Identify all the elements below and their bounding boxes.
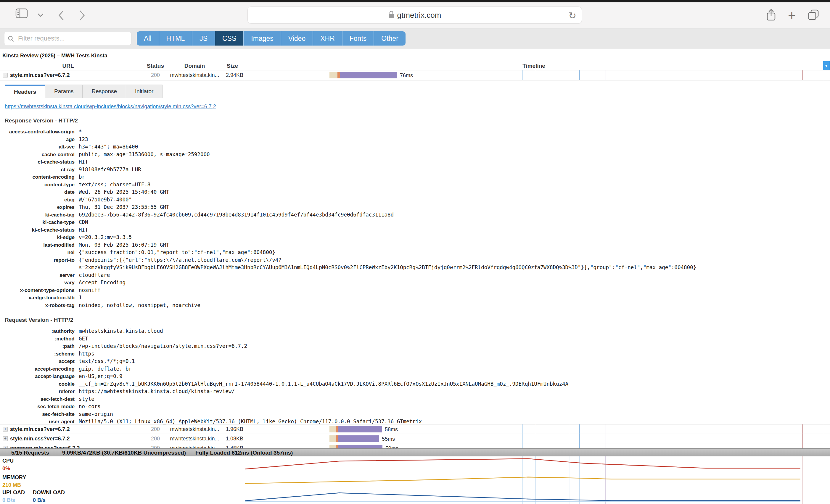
column-header-status[interactable]: Status: [139, 63, 172, 69]
timeline-event-line: [802, 425, 802, 434]
header-value: Mozilla/5.0 (X11; Linux x86_64) AppleWeb…: [79, 418, 422, 426]
filter-requests-input[interactable]: [4, 32, 131, 45]
reload-icon[interactable]: ↻: [568, 10, 576, 21]
header-value: 692dbee3-7b56-4a42-8f36-924fc40cb609,cd4…: [79, 211, 394, 219]
bar-duration-label: 55ms: [382, 436, 395, 442]
waterfall-bar: [329, 72, 397, 78]
timeline-event-line: [606, 425, 606, 434]
header-value: /wp-includes/blocks/navigation/style.min…: [79, 342, 247, 350]
filter-tab-all[interactable]: All: [137, 31, 159, 45]
upload-value: 0 B/s: [2, 497, 15, 503]
header-row: accepttext/css,*/*;q=0.1: [0, 358, 830, 365]
row-expander-icon[interactable]: +: [3, 446, 8, 448]
filter-tab-css[interactable]: CSS: [215, 31, 243, 45]
header-value: gzip, deflate, br: [79, 365, 132, 373]
network-graph-band: UPLOAD DOWNLOAD 0 B/s 0 B/s: [0, 488, 830, 504]
header-row: cookie__cf_bm=2rZqv8cY.I_bUKJKK0n6Up5t2b…: [0, 380, 830, 388]
header-name: cf-ray: [0, 166, 74, 174]
header-name: content-type: [0, 181, 74, 189]
filter-tab-images[interactable]: Images: [243, 31, 280, 45]
resource-usage-graphs: CPU 0% MEMORY 210 MB UPLOAD DOWNLOAD 0 B…: [0, 457, 830, 504]
row-url: style.min.css?ver=6.7.2: [10, 426, 70, 432]
header-value: 918108efc9b5777a-LHR: [79, 166, 141, 174]
header-value: __cf_bm=2rZqv8cY.I_bUKJKK0n6Up5t2b0Y1AlH…: [79, 380, 568, 388]
waterfall-bar: [329, 445, 382, 448]
header-name: :authority: [0, 328, 74, 335]
header-value: no-cors: [79, 403, 101, 410]
memory-value: 210 MB: [2, 482, 21, 488]
row-status: 200: [139, 426, 172, 432]
filter-tab-fonts[interactable]: Fonts: [342, 31, 374, 45]
header-value: {"success_fraction":0.01,"report_to":"cf…: [79, 249, 275, 257]
header-name: ki-edge: [0, 234, 74, 241]
row-expander-icon[interactable]: -: [3, 73, 8, 77]
detail-tab-headers[interactable]: Headers: [5, 85, 45, 98]
cpu-label: CPU: [2, 458, 13, 464]
row-url: style.min.css?ver=6.7.2: [10, 436, 70, 442]
row-timeline-cell: 58ms: [245, 425, 823, 434]
row-size: 1.08KB: [221, 436, 243, 442]
detail-tab-initiator[interactable]: Initiator: [126, 85, 162, 98]
memory-chart: [245, 473, 830, 488]
download-label: DOWNLOAD: [33, 490, 65, 496]
header-name: :path: [0, 342, 74, 350]
header-row: age123: [0, 136, 830, 143]
filter-tab-xhr[interactable]: XHR: [313, 31, 342, 45]
header-value: Accept-Encoding: [79, 279, 126, 287]
header-value: GET: [79, 335, 88, 343]
header-value: mwhtestskinsta.kinsta.cloud: [79, 328, 163, 335]
header-row: cf-ray918108efc9b5777a-LHR: [0, 166, 830, 174]
header-name: alt-svc: [0, 143, 74, 151]
detail-tab-params[interactable]: Params: [45, 85, 83, 98]
header-name: age: [0, 136, 74, 143]
timeline-event-line: [522, 70, 523, 80]
header-row: ki-cache-tag692dbee3-7b56-4a42-8f36-924f…: [0, 211, 830, 219]
timeline-options-dropdown[interactable]: ▼: [823, 61, 830, 70]
row-expander-icon[interactable]: +: [3, 436, 8, 441]
request-row[interactable]: +common.min.css?ver=6.7.2200mwhtestskins…: [0, 443, 830, 448]
forward-icon[interactable]: [79, 10, 85, 22]
header-row: etagW/"67a0e9b7-4000": [0, 196, 830, 204]
request-row[interactable]: +style.min.css?ver=6.7.2200mwhtestskinst…: [0, 434, 830, 443]
request-url-link[interactable]: https://mwhtestskinsta.kinsta.cloud/wp-i…: [5, 103, 216, 110]
header-row: content-typetext/css; charset=UTF-8: [0, 181, 830, 189]
header-name: content-encoding: [0, 173, 74, 181]
header-row: servercloudflare: [0, 271, 830, 279]
row-url: style.min.css?ver=6.7.2: [10, 72, 70, 78]
header-row: varyAccept-Encoding: [0, 279, 830, 287]
new-tab-icon[interactable]: +: [788, 9, 796, 21]
row-size: 1.45KB: [221, 445, 243, 448]
header-value: same-origin: [79, 410, 113, 418]
header-name: date: [0, 189, 74, 196]
tabs-overview-icon[interactable]: [807, 9, 819, 22]
column-header-timeline: Timeline: [245, 63, 823, 69]
row-size: 1.96KB: [221, 426, 243, 432]
column-header-url[interactable]: URL: [0, 63, 136, 69]
header-value: 123: [79, 136, 88, 143]
header-value: public, max-age=31536000, s-maxage=25920…: [79, 151, 210, 159]
timeline-event-line: [606, 443, 606, 448]
row-expander-icon[interactable]: +: [3, 427, 8, 432]
header-name: ki-cf-cache-status: [0, 226, 74, 234]
header-row: :methodGET: [0, 335, 830, 343]
filter-tab-other[interactable]: Other: [374, 31, 406, 45]
status-bar: 5/15 Requests 9.09KB/472KB (30.7KB/610KB…: [0, 448, 830, 457]
back-icon[interactable]: [58, 10, 65, 22]
memory-label: MEMORY: [2, 474, 26, 481]
filter-tab-js[interactable]: JS: [192, 31, 215, 45]
filter-tab-html[interactable]: HTML: [159, 31, 192, 45]
request-row[interactable]: -style.min.css?ver=6.7.2200mwhtestskinst…: [0, 70, 830, 80]
filter-tab-video[interactable]: Video: [281, 31, 313, 45]
column-header-size[interactable]: Size: [221, 63, 243, 69]
detail-tab-response[interactable]: Response: [83, 85, 126, 98]
column-header-domain[interactable]: Domain: [167, 63, 222, 69]
header-row: x-edge-location-klb1: [0, 294, 830, 302]
request-row[interactable]: +style.min.css?ver=6.7.2200mwhtestskinst…: [0, 425, 830, 434]
header-row: sec-fetch-modeno-cors: [0, 403, 830, 410]
timeline-event-line: [522, 425, 523, 434]
sidebar-toggle-icon[interactable]: [15, 8, 28, 20]
header-name: x-content-type-options: [0, 287, 74, 294]
url-bar[interactable]: gtmetrix.com ↻: [248, 6, 582, 24]
chevron-down-icon[interactable]: [37, 13, 44, 18]
share-icon[interactable]: [766, 9, 776, 23]
